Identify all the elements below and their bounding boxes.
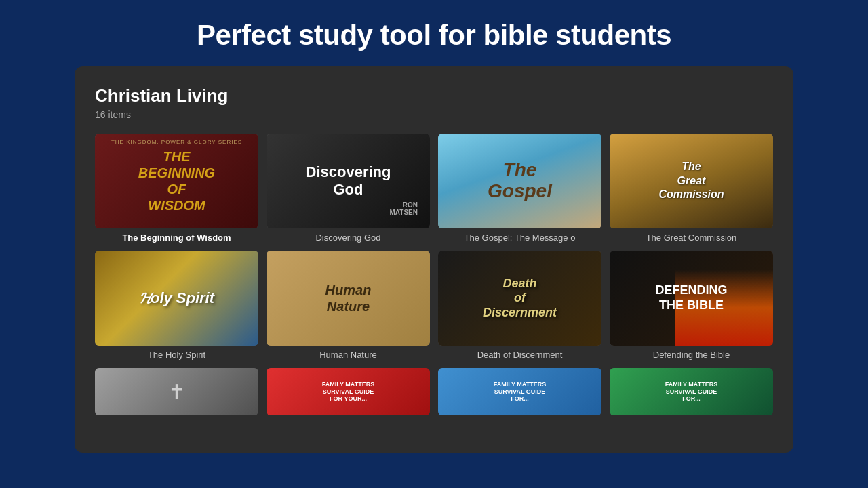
list-item[interactable]: TheGreatCommission The Great Commission	[610, 134, 773, 243]
list-item[interactable]: DiscoveringGod RONMATSEN Discovering God	[267, 134, 430, 243]
thumbnail-humannature: HumanNature	[267, 251, 430, 346]
family3-text: FAMILY MATTERSSurvival Guidefor...	[663, 378, 720, 405]
item-label: Human Nature	[267, 350, 430, 360]
thumbnail-family2[interactable]: FAMILY MATTERSSurvival Guidefor...	[438, 368, 601, 415]
item-title-text: TheGreatCommission	[658, 160, 724, 202]
thumbnail-god: DiscoveringGod RONMATSEN	[267, 134, 430, 228]
thumbnail-death: DeathofDiscernment	[438, 251, 601, 346]
thumbnail-jesus[interactable]: ✝	[95, 368, 258, 415]
item-label: Defending the Bible	[610, 350, 773, 360]
item-title-text: DeathofDiscernment	[483, 277, 557, 321]
category-count: 16 items	[95, 109, 773, 120]
item-label: The Great Commission	[610, 232, 773, 243]
item-title-text: DEFENDINGTHE BIBLE	[655, 283, 727, 312]
thumbnail-holyspirit: 𝓗oly Spirit	[95, 251, 258, 346]
list-item[interactable]: HumanNature Human Nature	[267, 251, 430, 360]
item-title-text: TheGospel	[488, 160, 552, 202]
list-item[interactable]: 𝓗oly Spirit The Holy Spirit	[95, 251, 258, 360]
family2-text: FAMILY MATTERSSurvival Guidefor...	[491, 378, 549, 405]
page-title: Perfect study tool for bible students	[197, 0, 671, 66]
items-grid: THE KINGDOM, POWER & GLORY SERIES THEBEG…	[95, 134, 773, 360]
item-label: The Beginning of Wisdom	[95, 232, 258, 243]
jesus-icon: ✝	[168, 380, 185, 404]
bottom-row: ✝ FAMILY MATTERSSurvival Guidefor Your..…	[95, 368, 773, 415]
thumbnail-family1[interactable]: FAMILY MATTERSSurvival Guidefor Your...	[267, 368, 430, 415]
thumbnail-defending: DEFENDINGTHE BIBLE	[610, 251, 773, 346]
thumbnail-commission: TheGreatCommission	[610, 134, 773, 228]
category-title: Christian Living	[95, 85, 773, 106]
item-label: The Gospel: The Message o	[438, 232, 601, 243]
item-label: The Holy Spirit	[95, 350, 258, 360]
category-header: Christian Living 16 items	[95, 85, 773, 120]
thumbnail-beginning: THE KINGDOM, POWER & GLORY SERIES THEBEG…	[95, 134, 258, 228]
thumbnail-family3[interactable]: FAMILY MATTERSSurvival Guidefor...	[610, 368, 773, 415]
item-label: Discovering God	[267, 232, 430, 243]
item-title-text: THEBEGINNINGOFWISDOM	[133, 143, 220, 219]
author-text: RONMATSEN	[390, 201, 418, 216]
item-label: Death of Discernment	[438, 350, 601, 360]
thumbnail-gospel: TheGospel	[438, 134, 601, 228]
item-title-text: HumanNature	[326, 282, 372, 314]
subtitle-text: THE KINGDOM, POWER & GLORY SERIES	[95, 139, 258, 145]
list-item[interactable]: DeathofDiscernment Death of Discernment	[438, 251, 601, 360]
family1-text: FAMILY MATTERSSurvival Guidefor Your...	[319, 378, 377, 405]
list-item[interactable]: DEFENDINGTHE BIBLE Defending the Bible	[610, 251, 773, 360]
app-container: Christian Living 16 items THE KINGDOM, P…	[75, 66, 793, 453]
list-item[interactable]: THE KINGDOM, POWER & GLORY SERIES THEBEG…	[95, 134, 258, 243]
item-title-text: 𝓗oly Spirit	[139, 289, 214, 307]
list-item[interactable]: TheGospel The Gospel: The Message o	[438, 134, 601, 243]
item-title-text: DiscoveringGod	[306, 163, 391, 199]
